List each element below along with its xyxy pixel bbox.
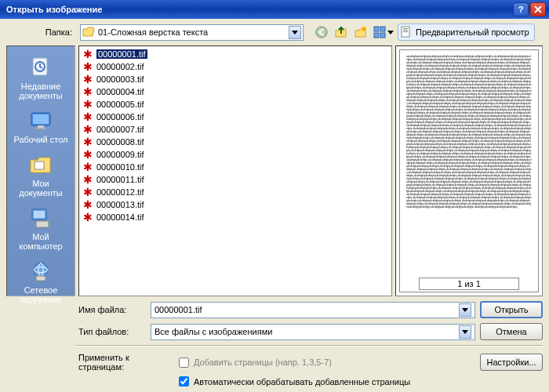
- preview-thumbnail: abcdefghijabcdefghijabcdefghijabcdefghij…: [406, 55, 532, 276]
- auto-process-label: Автоматически обрабатывать добавленные с…: [194, 377, 410, 387]
- file-item[interactable]: ✱00000011.tif: [81, 173, 390, 186]
- file-name: 00000004.tif: [96, 87, 144, 96]
- folder-open-icon: [82, 26, 95, 38]
- tif-file-icon: ✱: [82, 111, 93, 122]
- svg-rect-22: [36, 276, 45, 281]
- network-icon: [28, 259, 53, 284]
- filetype-combo[interactable]: Все файлы с изображениями: [151, 324, 475, 340]
- file-name: 00000011.tif: [96, 175, 144, 184]
- preview-page-counter: 1 из 1: [419, 278, 519, 290]
- filename-value: 00000001.tif: [155, 305, 459, 314]
- svg-rect-8: [403, 30, 408, 31]
- folder-label: Папка:: [6, 27, 75, 37]
- svg-rect-5: [380, 33, 385, 38]
- file-name: 00000013.tif: [96, 200, 144, 209]
- help-button[interactable]: ?: [513, 2, 529, 16]
- preview-toggle-label: Предварительный просмотр: [416, 27, 529, 37]
- open-button[interactable]: Открыть: [480, 301, 543, 318]
- file-item[interactable]: ✱00000012.tif: [81, 186, 390, 198]
- auto-process-checkbox[interactable]: [179, 376, 189, 387]
- recent-docs-icon: [28, 55, 53, 80]
- filename-combo-arrow[interactable]: [459, 303, 471, 317]
- folder-name: 01-Сложная верстка текста: [98, 27, 289, 37]
- svg-rect-19: [36, 221, 49, 227]
- tif-file-icon: ✱: [82, 187, 93, 198]
- folder-combo-arrow[interactable]: [289, 26, 301, 39]
- file-name: 00000001.tif: [96, 49, 147, 59]
- filetype-value: Все файлы с изображениями: [155, 327, 459, 336]
- svg-rect-4: [374, 33, 379, 38]
- file-item[interactable]: ✱00000014.tif: [81, 211, 390, 223]
- add-pages-hint: Добавить страницы (напр. 1,3,5-7): [194, 358, 332, 367]
- settings-button[interactable]: Настройки...: [480, 354, 543, 371]
- filetype-combo-arrow[interactable]: [459, 325, 471, 339]
- places-network[interactable]: Сетевое окружение: [9, 256, 72, 307]
- places-mycomputer-label: Мой компьютер: [19, 232, 62, 251]
- svg-rect-9: [403, 31, 408, 32]
- file-name: 00000002.tif: [96, 62, 144, 71]
- tif-file-icon: ✱: [82, 74, 93, 85]
- file-name: 00000005.tif: [96, 100, 144, 109]
- file-item[interactable]: ✱00000001.tif: [81, 48, 390, 60]
- tif-file-icon: ✱: [82, 149, 93, 160]
- file-name: 00000009.tif: [96, 150, 144, 159]
- file-item[interactable]: ✱00000003.tif: [81, 73, 390, 85]
- places-mydocs-label: Мои документы: [19, 179, 63, 198]
- file-name: 00000014.tif: [96, 212, 144, 222]
- filename-combo[interactable]: 00000001.tif: [151, 302, 475, 318]
- places-recent[interactable]: Недавние документы: [9, 53, 72, 103]
- file-item[interactable]: ✱00000002.tif: [81, 60, 390, 73]
- file-list[interactable]: ✱00000001.tif✱00000002.tif✱00000003.tif✱…: [78, 45, 392, 296]
- preview-pane: abcdefghijabcdefghijabcdefghijabcdefghij…: [395, 45, 543, 296]
- svg-rect-7: [403, 28, 408, 29]
- file-item[interactable]: ✱00000004.tif: [81, 85, 390, 98]
- svg-point-20: [34, 263, 48, 277]
- filetype-label: Тип файлов:: [75, 327, 146, 336]
- file-name: 00000007.tif: [96, 125, 144, 134]
- apply-to-pages-label: Применить к страницам:: [75, 353, 174, 372]
- file-item[interactable]: ✱00000005.tif: [81, 98, 390, 111]
- preview-icon: [400, 26, 413, 38]
- svg-rect-13: [33, 114, 49, 124]
- tif-file-icon: ✱: [82, 124, 93, 135]
- svg-rect-18: [34, 211, 45, 218]
- file-item[interactable]: ✱00000006.tif: [81, 111, 390, 123]
- tif-file-icon: ✱: [82, 99, 93, 110]
- places-bar: Недавние документы Рабочий стол Мои доку…: [6, 45, 75, 296]
- file-name: 00000008.tif: [96, 137, 144, 147]
- preview-toggle-button[interactable]: Предварительный просмотр: [398, 24, 535, 41]
- file-item[interactable]: ✱00000013.tif: [81, 198, 390, 211]
- view-menu-button[interactable]: [372, 24, 395, 41]
- file-item[interactable]: ✱00000010.tif: [81, 161, 390, 173]
- filename-label: Имя файла:: [75, 305, 146, 314]
- cancel-button[interactable]: Отмена: [480, 323, 543, 340]
- folder-combo[interactable]: 01-Сложная верстка текста: [80, 24, 304, 41]
- places-mydocs[interactable]: Мои документы: [9, 150, 72, 200]
- up-one-level-button[interactable]: [333, 24, 350, 41]
- file-name: 00000003.tif: [96, 74, 144, 84]
- tif-file-icon: ✱: [82, 174, 93, 185]
- svg-rect-3: [380, 27, 385, 31]
- mydocs-icon: [28, 152, 53, 177]
- titlebar: Открыть изображение ?: [0, 0, 549, 19]
- svg-rect-15: [35, 128, 46, 129]
- file-item[interactable]: ✱00000008.tif: [81, 136, 390, 148]
- close-button[interactable]: [530, 2, 546, 16]
- svg-rect-16: [35, 162, 44, 169]
- svg-rect-14: [38, 125, 44, 128]
- back-button[interactable]: [313, 24, 330, 41]
- new-folder-button[interactable]: [352, 24, 369, 41]
- svg-point-0: [316, 27, 327, 38]
- desktop-icon: [28, 108, 53, 133]
- file-name: 00000012.tif: [96, 187, 144, 197]
- file-item[interactable]: ✱00000007.tif: [81, 123, 390, 136]
- preview-page: abcdefghijabcdefghijabcdefghijabcdefghij…: [399, 49, 539, 292]
- mycomputer-icon: [28, 205, 53, 230]
- file-name: 00000006.tif: [96, 112, 144, 122]
- places-desktop-label: Рабочий стол: [13, 135, 67, 144]
- places-mycomputer[interactable]: Мой компьютер: [9, 203, 72, 253]
- add-pages-checkbox[interactable]: [179, 358, 189, 368]
- file-item[interactable]: ✱00000009.tif: [81, 148, 390, 161]
- tif-file-icon: ✱: [82, 86, 93, 97]
- places-desktop[interactable]: Рабочий стол: [9, 106, 72, 147]
